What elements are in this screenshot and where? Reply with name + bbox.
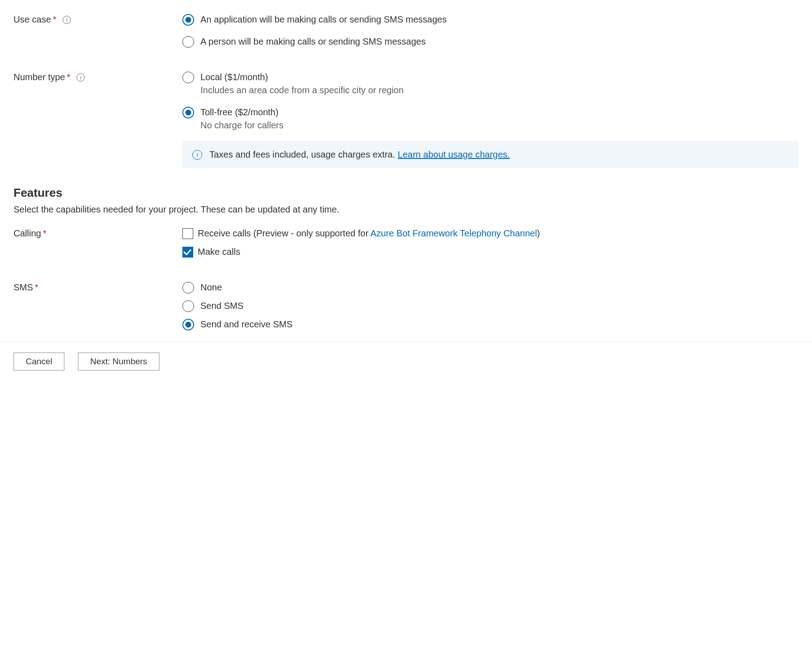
radio-label: Toll-free ($2/month) [200, 106, 284, 118]
info-icon: i [192, 150, 202, 160]
radio-sublabel: Includes an area code from a specific ci… [200, 84, 404, 96]
use-case-application-radio[interactable]: An application will be making calls or s… [182, 14, 798, 26]
receive-calls-text-prefix: Receive calls (Preview - only supported … [198, 228, 371, 238]
usage-charges-link[interactable]: Learn about usage charges. [398, 149, 510, 159]
radio-label: An application will be making calls or s… [200, 14, 447, 26]
radio-label: A person will be making calls or sending… [200, 36, 426, 48]
receive-calls-checkbox[interactable]: Receive calls (Preview - only supported … [182, 227, 798, 240]
radio-indicator [182, 282, 194, 294]
radio-label: None [200, 281, 222, 294]
required-asterisk: * [53, 14, 56, 25]
info-icon[interactable]: i [63, 16, 71, 24]
cancel-button[interactable]: Cancel [14, 353, 64, 371]
required-asterisk: * [43, 228, 46, 239]
radio-indicator [182, 36, 194, 48]
number-type-tollfree-radio[interactable]: Toll-free ($2/month) No charge for calle… [182, 106, 798, 131]
required-asterisk: * [35, 282, 38, 293]
checkbox-indicator [182, 228, 193, 239]
footer-divider [0, 341, 812, 342]
features-heading: Features [14, 186, 798, 200]
use-case-label: Use case [14, 14, 51, 25]
radio-label: Send and receive SMS [200, 318, 293, 330]
radio-indicator [182, 14, 194, 26]
radio-indicator [182, 72, 194, 83]
checkbox-indicator [182, 247, 193, 258]
use-case-person-radio[interactable]: A person will be making calls or sending… [182, 36, 798, 48]
sms-none-radio[interactable]: None [182, 281, 798, 294]
radio-indicator [182, 319, 194, 330]
radio-label: Send SMS [200, 300, 244, 312]
sms-send-radio[interactable]: Send SMS [182, 300, 798, 312]
radio-sublabel: No charge for callers [200, 119, 284, 131]
checkbox-label: Make calls [198, 246, 798, 258]
receive-calls-text-suffix: ) [537, 228, 540, 238]
radio-label: Local ($1/month) [200, 71, 404, 83]
sms-label: SMS [14, 282, 33, 293]
radio-indicator [182, 300, 194, 312]
features-description: Select the capabilities needed for your … [14, 204, 798, 215]
make-calls-checkbox[interactable]: Make calls [182, 246, 798, 258]
pricing-notice: i Taxes and fees included, usage charges… [182, 141, 798, 168]
telephony-channel-link[interactable]: Azure Bot Framework Telephony Channel [371, 228, 537, 238]
next-numbers-button[interactable]: Next: Numbers [78, 353, 159, 371]
notice-text: Taxes and fees included, usage charges e… [209, 149, 398, 159]
sms-send-receive-radio[interactable]: Send and receive SMS [182, 318, 798, 330]
calling-label: Calling [14, 228, 41, 239]
radio-indicator [182, 107, 194, 118]
info-icon[interactable]: i [77, 73, 85, 81]
required-asterisk: * [67, 72, 71, 82]
number-type-local-radio[interactable]: Local ($1/month) Includes an area code f… [182, 71, 798, 96]
number-type-label: Number type [14, 72, 65, 82]
